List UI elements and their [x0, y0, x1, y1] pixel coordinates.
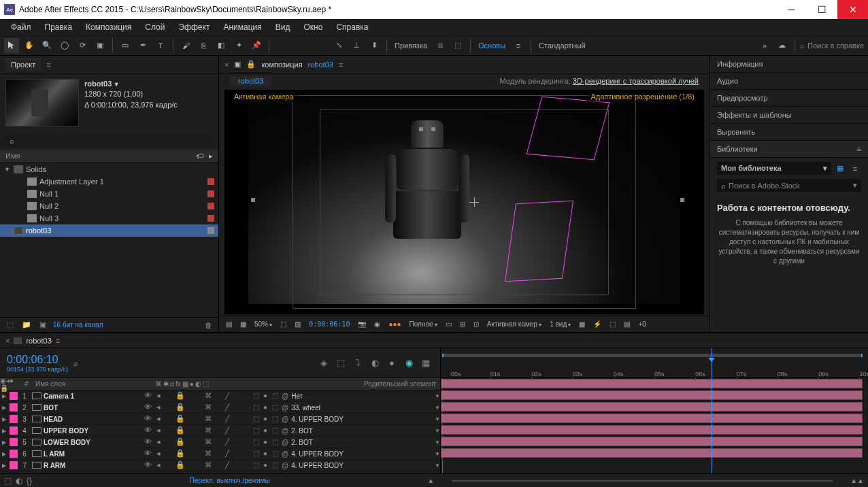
project-tree[interactable]: ▼SolidsAdjustment Layer 1Null 1Null 2Nul… — [0, 163, 218, 317]
toggle-switches-icon[interactable]: ⬚ — [4, 476, 12, 486]
roto-tool[interactable]: ✦ — [231, 38, 246, 53]
essentials-label[interactable]: Основы — [475, 41, 508, 50]
pen-tool[interactable]: ✒ — [135, 38, 150, 53]
rect-tool[interactable]: ▭ — [118, 38, 133, 53]
snap-label[interactable]: Привязка — [392, 41, 430, 50]
lock-icon[interactable]: 🔒 — [246, 60, 256, 69]
layer-row[interactable]: ▶6L ARM👁◂🔒⌘╱⬚●⬚@4. UPPER BODY▼ — [0, 448, 440, 460]
info-panel-tab[interactable]: Информация — [710, 56, 868, 73]
libraries-panel-tab[interactable]: Библиотеки ≡ — [710, 141, 868, 158]
menu-файл[interactable]: Файл — [4, 22, 38, 32]
draft-3d-icon[interactable]: ⬚ — [333, 356, 348, 371]
fast-preview-icon[interactable]: ⚡ — [590, 319, 604, 329]
panel-menu-icon[interactable]: ≡ — [46, 61, 50, 69]
shy-icon[interactable]: ⤵ — [350, 356, 365, 371]
current-time[interactable]: 0:00:06:10 00154 (23.976 кадр/с) — [7, 354, 68, 373]
grid-icon[interactable]: ▦ — [237, 319, 249, 329]
roi-icon[interactable]: ▭ — [443, 319, 454, 329]
new-folder-icon[interactable]: 📁 — [20, 319, 33, 331]
show-snapshot-icon[interactable]: ◉ — [371, 319, 383, 329]
col-label-icon[interactable]: 🏷 — [196, 152, 203, 161]
timecode-display[interactable]: 0:00:06:10 — [306, 319, 352, 329]
project-item[interactable]: robot03 — [0, 224, 218, 237]
3d-plane[interactable] — [505, 201, 573, 282]
pixel-aspect-icon[interactable]: ▦ — [576, 319, 588, 329]
breadcrumb[interactable]: robot03 — [230, 75, 271, 86]
res-icon[interactable]: ⬚ — [278, 319, 289, 329]
toggle-in-out-icon[interactable]: {} — [27, 476, 32, 486]
project-item[interactable]: Adjustment Layer 1 — [0, 175, 218, 188]
layer-row[interactable]: ▶7R ARM👁◂🔒⌘╱⬚●⬚@4. UPPER BODY▼ — [0, 460, 440, 471]
hand-tool[interactable]: ✋ — [22, 38, 37, 53]
project-search[interactable]: ⌕ — [5, 135, 213, 147]
panel-menu-icon[interactable]: ≡ — [56, 337, 60, 345]
layer-track[interactable] — [441, 378, 868, 390]
handle[interactable] — [250, 197, 256, 203]
snapshot-icon[interactable]: 📷 — [355, 319, 369, 329]
zoom-in-icon[interactable]: ▲▲ — [850, 477, 864, 484]
transparency-icon[interactable]: ▨ — [292, 319, 303, 329]
comp-thumbnail[interactable] — [5, 79, 79, 127]
layer-track[interactable] — [441, 424, 868, 436]
menu-композиция[interactable]: Композиция — [79, 22, 138, 32]
zoom-tool[interactable]: 🔍 — [39, 38, 54, 53]
viewport[interactable]: Активная камера Адаптивное разрешение (1… — [224, 90, 704, 314]
project-item[interactable]: Null 2 — [0, 200, 218, 212]
timeline-tracks[interactable] — [440, 378, 868, 473]
eraser-tool[interactable]: ◧ — [214, 38, 229, 53]
essentials-menu-icon[interactable]: ≡ — [511, 38, 526, 53]
layer-row[interactable]: ▶2BOT👁◂🔒⌘╱⬚●⬚@33. wheel▼ — [0, 402, 440, 414]
col-name[interactable]: Имя — [5, 152, 196, 161]
brush-tool[interactable]: 🖌 — [178, 38, 193, 53]
brainstorm-icon[interactable]: ▦ — [418, 356, 433, 371]
effects-panel-tab[interactable]: Эффекты и шаблоны — [710, 107, 868, 124]
rotation-tool[interactable]: ⟳ — [75, 38, 90, 53]
preview-panel-tab[interactable]: Предпросмотр — [710, 90, 868, 107]
clone-tool[interactable]: ⎘ — [196, 38, 211, 53]
help-search[interactable]: ⌕ Поиск в справке — [800, 41, 864, 50]
zoom-out-icon[interactable]: ▲ — [427, 477, 434, 484]
close-button[interactable]: ✕ — [837, 0, 868, 19]
minimize-button[interactable]: ─ — [776, 0, 807, 19]
frame-blend-icon[interactable]: ◐ — [367, 356, 382, 371]
exposure-icon[interactable]: +0 — [635, 319, 648, 329]
layer-track[interactable] — [441, 448, 868, 459]
menu-анимация[interactable]: Анимация — [216, 22, 268, 32]
menu-окно[interactable]: Окно — [297, 22, 329, 32]
guides-icon[interactable]: ⊡ — [471, 319, 482, 329]
project-item[interactable]: Null 1 — [0, 188, 218, 200]
menu-правка[interactable]: Правка — [38, 22, 80, 32]
axis-view-icon[interactable]: ⬍ — [367, 38, 382, 53]
layer-row[interactable]: ▶5LOWER BODY👁◂🔒⌘╱⬚●⬚@2. BOT▼ — [0, 437, 440, 448]
selection-tool[interactable] — [4, 38, 19, 53]
camera-tool[interactable]: ▣ — [93, 38, 107, 53]
toggle-modes-icon[interactable]: ◐ — [16, 476, 22, 486]
channel-icon[interactable]: ●●● — [386, 319, 403, 329]
axis-local-icon[interactable]: ⤡ — [331, 38, 346, 53]
playhead[interactable] — [712, 348, 712, 377]
project-tab[interactable]: Проект — [5, 58, 41, 71]
layer-track[interactable] — [441, 390, 868, 401]
handle[interactable] — [680, 197, 685, 203]
anchor-point-icon[interactable] — [469, 197, 479, 207]
toggle-grid-icon[interactable]: ⊞ — [457, 319, 468, 329]
time-ruler[interactable]: :00s01s02s03s04s05s06s07s08s09s10s — [440, 348, 868, 377]
audio-panel-tab[interactable]: Аудио — [710, 73, 868, 90]
toggle-switches-label[interactable]: Перекл. выключ./режимы — [190, 477, 270, 484]
workspace-more-icon[interactable]: » — [757, 38, 772, 53]
marker-icon[interactable]: ▤ — [223, 319, 235, 329]
snap-edge-icon[interactable]: ⬚ — [450, 38, 465, 53]
name-col[interactable]: Имя слоя — [33, 380, 155, 388]
new-comp-icon[interactable]: ▣ — [37, 319, 49, 331]
axis-world-icon[interactable]: ⊥ — [349, 38, 364, 53]
work-area-bar[interactable] — [442, 354, 863, 357]
orbit-tool[interactable]: ◯ — [57, 38, 72, 53]
menu-справка[interactable]: Справка — [329, 22, 375, 32]
align-panel-tab[interactable]: Выровнять — [710, 124, 868, 141]
list-view-icon[interactable]: ≡ — [849, 163, 861, 175]
motion-blur-icon[interactable]: ● — [384, 356, 399, 371]
comp-mini-icon[interactable]: ◈ — [316, 356, 331, 371]
library-select[interactable]: Моя библиотека — [717, 162, 831, 175]
maximize-button[interactable]: ☐ — [807, 0, 837, 19]
graph-editor-icon[interactable]: ◉ — [401, 356, 416, 371]
